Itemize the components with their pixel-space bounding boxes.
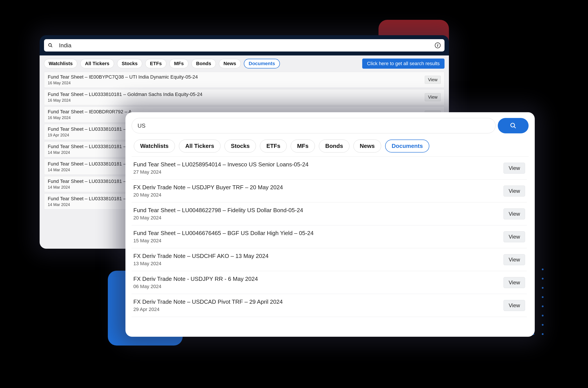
view-button[interactable]: View	[425, 76, 441, 84]
result-row: Fund Tear Sheet – LU0048622798 – Fidelit…	[132, 202, 527, 225]
result-date: 20 May 2024	[133, 215, 503, 221]
filter-pill[interactable]: All Tickers	[80, 59, 114, 68]
result-title: FX Deriv Trade Note – USDCAD Pivot TRF –…	[133, 298, 503, 305]
filter-pill[interactable]: Watchlists	[134, 140, 175, 152]
filter-pill[interactable]: MFs	[291, 140, 315, 152]
result-row: FX Deriv Trade Note – USDJPY Buyer TRF –…	[132, 180, 527, 202]
results-list[interactable]: Fund Tear Sheet – LU0258954014 – Invesco…	[132, 156, 529, 328]
search-panel-front: WatchlistsAll TickersStocksETFsMFsBondsN…	[125, 112, 535, 337]
filter-pill[interactable]: ETFs	[260, 140, 287, 152]
view-button[interactable]: View	[503, 254, 525, 265]
filter-pill[interactable]: News	[219, 59, 241, 68]
search-row	[132, 118, 529, 133]
view-button[interactable]: View	[503, 208, 525, 219]
view-button[interactable]: View	[503, 163, 525, 174]
result-date: 13 May 2024	[133, 261, 503, 267]
result-title: FX Deriv Trade Note - USDJPY RR - 6 May …	[133, 276, 503, 282]
filter-pill[interactable]: Bonds	[191, 59, 216, 68]
search-icon	[510, 122, 517, 129]
result-row: Fund Tear Sheet – IE00BYPC7Q38 – UTI Ind…	[44, 72, 445, 88]
filter-pill[interactable]: Watchlists	[44, 59, 77, 68]
result-row: Fund Tear Sheet – LU0046676465 – BGF US …	[132, 225, 527, 248]
svg-line-3	[514, 126, 516, 128]
view-button[interactable]: View	[503, 186, 525, 196]
result-title: Fund Tear Sheet – LU0048622798 – Fidelit…	[133, 207, 503, 214]
result-title: Fund Tear Sheet – IE00BYPC7Q38 – UTI Ind…	[48, 74, 425, 80]
filter-pill[interactable]: Stocks	[224, 140, 256, 152]
filter-pill[interactable]: Documents	[244, 59, 280, 69]
filter-pill[interactable]: Documents	[385, 140, 429, 152]
view-button[interactable]: View	[503, 231, 525, 242]
result-date: 06 May 2024	[133, 284, 503, 290]
search-bar: i	[44, 39, 445, 51]
result-date: 15 May 2024	[133, 238, 503, 244]
search-input-wrap	[132, 118, 495, 133]
result-date: 29 Apr 2024	[133, 307, 503, 312]
result-title: Fund Tear Sheet – LU0333810181 – Goldman…	[48, 92, 425, 97]
result-title: Fund Tear Sheet – LU0046676465 – BGF US …	[133, 230, 503, 237]
result-row: FX Deriv Trade Note – USDCHF AKO – 13 Ma…	[132, 248, 527, 271]
search-input[interactable]	[59, 42, 435, 49]
result-date: 16 May 2024	[48, 81, 425, 85]
result-date: 16 May 2024	[48, 98, 425, 103]
result-title: FX Deriv Trade Note – USDCHF AKO – 13 Ma…	[133, 253, 503, 260]
view-button[interactable]: View	[503, 300, 525, 311]
result-row: Fund Tear Sheet – LU0258954014 – Invesco…	[132, 157, 527, 180]
svg-line-1	[51, 46, 52, 47]
result-row: Fund Tear Sheet – LU0333810181 – Goldman…	[44, 89, 445, 105]
result-title: FX Deriv Trade Note – USDJPY Buyer TRF –…	[133, 184, 503, 191]
result-date: 27 May 2024	[133, 169, 503, 175]
svg-point-0	[49, 44, 51, 47]
get-all-results-button[interactable]: Click here to get all search results	[362, 59, 445, 69]
search-button[interactable]	[498, 118, 529, 133]
result-row: FX Deriv Trade Note – USDCAD Pivot TRF –…	[132, 294, 527, 317]
result-title: Fund Tear Sheet – LU0258954014 – Invesco…	[133, 161, 503, 168]
filter-pill[interactable]: News	[353, 140, 381, 152]
svg-point-2	[511, 123, 515, 127]
filter-pill[interactable]: All Tickers	[179, 140, 220, 152]
filter-pill[interactable]: ETFs	[145, 59, 166, 68]
view-button[interactable]: View	[503, 277, 525, 288]
filter-pill[interactable]: MFs	[169, 59, 188, 68]
filter-row: WatchlistsAll TickersStocksETFsMFsBondsN…	[132, 140, 529, 156]
view-button[interactable]: View	[425, 93, 441, 101]
result-row: FX Deriv Trade Note - USDJPY RR - 6 May …	[132, 271, 527, 294]
filter-row: WatchlistsAll TickersStocksETFsMFsBondsN…	[40, 55, 449, 72]
search-input[interactable]	[138, 122, 490, 129]
search-icon	[48, 43, 53, 48]
filter-pill[interactable]: Stocks	[117, 59, 142, 68]
result-date: 20 May 2024	[133, 192, 503, 198]
info-icon[interactable]: i	[435, 43, 441, 48]
filter-pill[interactable]: Bonds	[319, 140, 350, 152]
